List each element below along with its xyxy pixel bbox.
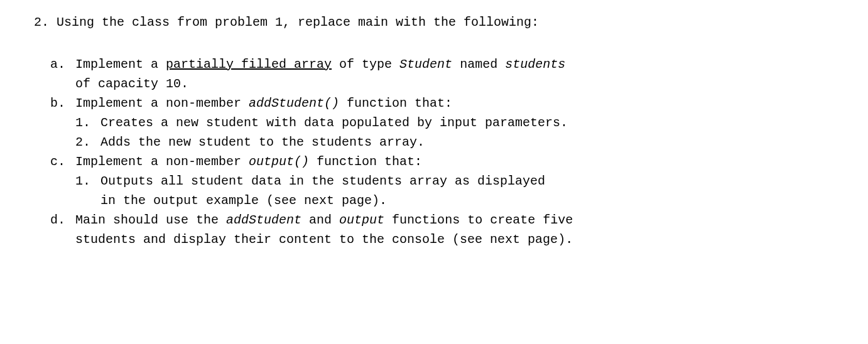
text-a-pre: Implement a xyxy=(75,57,166,72)
nested-b1: 1. Creates a new student with data popul… xyxy=(75,113,843,132)
text-d-mid1: and xyxy=(301,213,339,227)
nested-c1-line2: in the output example (see next page). xyxy=(100,191,843,210)
nested-content-b1: Creates a new student with data populate… xyxy=(100,113,843,132)
sub-marker-b: b. xyxy=(50,94,75,152)
text-c-pre: Implement a non-member xyxy=(75,154,249,169)
nested-marker-b2: 2. xyxy=(75,132,100,152)
text-a-mid: of type xyxy=(332,57,399,72)
sub-marker-d: d. xyxy=(50,210,75,249)
nested-c1-line1: Outputs all student data in the students… xyxy=(100,171,843,191)
sub-marker-c: c. xyxy=(50,152,75,210)
text-a-underlined: partially filled array xyxy=(166,57,332,72)
text-d-italic2: output xyxy=(339,213,384,227)
text-c-italic1: output() xyxy=(249,154,309,169)
text-b-italic1: addStudent() xyxy=(249,96,339,110)
problem-text: Using the class from problem 1, replace … xyxy=(57,13,843,32)
text-d-pre: Main should use the xyxy=(75,213,226,227)
sub-item-b: b. Implement a non-member addStudent() f… xyxy=(50,94,843,152)
text-b-post: function that: xyxy=(339,96,452,110)
text-c-post: function that: xyxy=(309,154,422,169)
text-d-post: functions to create five xyxy=(384,213,573,227)
sub-content-b: Implement a non-member addStudent() func… xyxy=(75,94,843,152)
nested-b2: 2. Adds the new student to the students … xyxy=(75,132,843,152)
text-a-italic2: students xyxy=(505,57,565,72)
sub-d-line1: Main should use the addStudent and outpu… xyxy=(75,210,843,230)
sub-marker-a: a. xyxy=(50,55,75,94)
sub-content-a: Implement a partially filled array of ty… xyxy=(75,55,843,94)
nested-marker-b1: 1. xyxy=(75,113,100,132)
problem-2: 2. Using the class from problem 1, repla… xyxy=(34,13,843,32)
sub-content-d: Main should use the addStudent and outpu… xyxy=(75,210,843,249)
sub-content-c: Implement a non-member output() function… xyxy=(75,152,843,210)
sub-a-line1: Implement a partially filled array of ty… xyxy=(75,55,843,74)
sub-d-line2: students and display their content to th… xyxy=(75,230,843,249)
sub-a-line2: of capacity 10. xyxy=(75,74,843,94)
text-d-italic1: addStudent xyxy=(226,213,301,227)
nested-marker-c1: 1. xyxy=(75,171,100,210)
nested-content-c1: Outputs all student data in the students… xyxy=(100,171,843,210)
nested-content-b2: Adds the new student to the students arr… xyxy=(100,132,843,152)
problem-number: 2. xyxy=(34,13,57,32)
problem-sub-list: a. Implement a partially filled array of… xyxy=(50,55,843,249)
sub-item-d: d. Main should use the addStudent and ou… xyxy=(50,210,843,249)
sub-item-c: c. Implement a non-member output() funct… xyxy=(50,152,843,210)
sub-item-a: a. Implement a partially filled array of… xyxy=(50,55,843,94)
sub-b-line1: Implement a non-member addStudent() func… xyxy=(75,94,843,113)
text-a-mid2: named xyxy=(452,57,505,72)
sub-c-line1: Implement a non-member output() function… xyxy=(75,152,843,171)
nested-c1: 1. Outputs all student data in the stude… xyxy=(75,171,843,210)
text-a-italic1: Student xyxy=(399,57,452,72)
text-b-pre: Implement a non-member xyxy=(75,96,249,110)
